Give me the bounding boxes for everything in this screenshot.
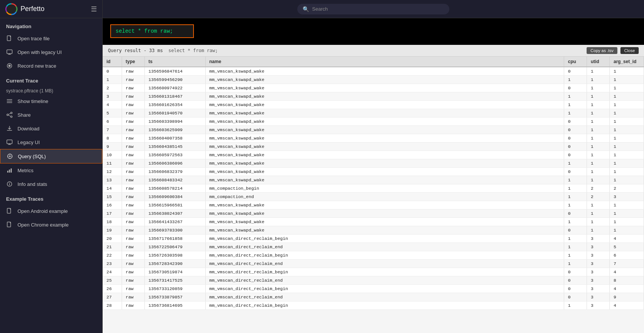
table-cell: mm_vmscan_kswapd_wake (205, 92, 564, 101)
table-cell: 1 (610, 126, 644, 134)
sidebar-item-open-trace[interactable]: Open trace file (0, 32, 102, 45)
sidebar-item-info-stats[interactable]: Info and stats (0, 177, 102, 191)
table-cell: 1356733879857 (144, 293, 205, 301)
legacy-ui-label: Legacy UI (17, 140, 40, 145)
sidebar-item-open-legacy[interactable]: Open with legacy UI (0, 45, 102, 59)
svg-point-8 (11, 112, 12, 114)
table-cell: 1 (587, 176, 610, 184)
table-cell: 20 (103, 235, 122, 243)
perfetto-logo-icon (5, 3, 17, 15)
table-cell: 1 (564, 109, 587, 117)
table-cell: 1 (610, 168, 644, 176)
table-cell: mm_compaction_end (205, 193, 564, 201)
table-cell: 23 (103, 260, 122, 268)
table-cell: mm_vmscan_kswapd_wake (205, 143, 564, 151)
table-cell: raw (122, 176, 144, 184)
copy-tsv-button[interactable]: Copy as .tsv (587, 47, 617, 54)
sidebar-item-show-timeline[interactable]: Show timeline (0, 94, 102, 108)
table-cell: 1 (587, 209, 610, 218)
close-button[interactable]: Close (620, 47, 639, 54)
sidebar-item-record-trace[interactable]: Record new trace (0, 59, 102, 73)
svg-rect-2 (7, 50, 12, 54)
table-cell: mm_vmscan_direct_reclaim_end (205, 293, 564, 301)
open-trace-label: Open trace file (17, 36, 50, 41)
table-cell: 1 (564, 243, 587, 251)
sidebar-item-chrome-example[interactable]: Open Chrome example (0, 218, 102, 232)
sidebar-item-metrics[interactable]: Metrics (0, 163, 102, 177)
query-result-bar: Query result - 33 ms select * from raw; … (103, 45, 644, 57)
table-cell: 4 (610, 301, 644, 310)
table-cell: 24 (103, 268, 122, 276)
table-cell: 1 (587, 67, 610, 76)
table-cell: 3 (587, 276, 610, 285)
table-cell: mm_vmscan_direct_reclaim_end (205, 243, 564, 251)
table-cell: 22 (103, 251, 122, 260)
table-cell: 5 (610, 243, 644, 251)
table-cell: 1 (587, 168, 610, 176)
table-cell: 1 (564, 76, 587, 84)
svg-point-9 (7, 114, 8, 116)
hamburger-icon[interactable]: ☰ (91, 5, 97, 13)
svg-rect-13 (7, 140, 12, 144)
table-cell: 1 (610, 159, 644, 168)
table-row: 13raw1356608483342mm_vmscan_kswapd_wake1… (103, 176, 644, 184)
query-sql-icon (6, 153, 13, 160)
table-cell: 0 (564, 168, 587, 176)
table-cell: raw (122, 101, 144, 109)
navigation-label: Navigation (0, 18, 102, 32)
results-table-wrapper[interactable]: id type ts name cpu utid arg_set_id 0raw… (103, 57, 644, 333)
table-cell: 1 (587, 218, 610, 226)
table-cell: 1 (564, 101, 587, 109)
table-cell: raw (122, 134, 144, 143)
table-cell: 1356731417525 (144, 276, 205, 285)
sidebar-item-android-example[interactable]: Open Android example (0, 204, 102, 218)
table-cell: raw (122, 76, 144, 84)
table-cell: 1 (610, 151, 644, 159)
sidebar-item-download[interactable]: Download (0, 122, 102, 135)
table-cell: 1 (610, 201, 644, 209)
table-cell: raw (122, 293, 144, 301)
sql-query-box[interactable]: select * from raw; (110, 24, 194, 38)
table-cell: 3 (587, 235, 610, 243)
svg-rect-20 (7, 171, 8, 173)
table-cell: raw (122, 92, 144, 101)
table-cell: raw (122, 301, 144, 310)
record-icon (6, 62, 13, 69)
svg-point-15 (9, 155, 11, 157)
table-cell: 1356730519874 (144, 268, 205, 276)
table-cell: 8 (610, 276, 644, 285)
table-cell: 1 (564, 92, 587, 101)
table-cell: 1 (610, 117, 644, 126)
table-cell: 1 (610, 218, 644, 226)
table-cell: 0 (564, 293, 587, 301)
table-cell: 0 (564, 143, 587, 151)
table-row: 1raw1356599456290mm_vmscan_kswapd_wake11… (103, 76, 644, 84)
svg-line-12 (8, 115, 11, 116)
table-cell: 1 (587, 143, 610, 151)
table-cell: 0 (103, 67, 122, 76)
sidebar-item-share[interactable]: Share (0, 108, 102, 122)
table-cell: 1 (587, 109, 610, 117)
table-cell: 1 (564, 159, 587, 168)
sidebar-header: Perfetto ☰ (0, 0, 102, 18)
table-cell: mm_vmscan_direct_reclaim_begin (205, 251, 564, 260)
sidebar-item-legacy-ui[interactable]: Legacy UI (0, 135, 102, 149)
table-cell: 1 (103, 76, 122, 84)
table-cell: 1 (610, 92, 644, 101)
table-cell: 0 (564, 276, 587, 285)
col-header-arg-set-id: arg_set_id (610, 57, 644, 67)
search-input[interactable] (312, 6, 444, 12)
table-cell: mm_vmscan_kswapd_wake (205, 226, 564, 235)
chrome-example-icon (6, 221, 13, 228)
col-header-name: name (205, 57, 564, 67)
table-row: 4raw1356601626354mm_vmscan_kswapd_wake11… (103, 101, 644, 109)
table-row: 21raw1356722506479mm_vmscan_direct_recla… (103, 243, 644, 251)
search-box[interactable]: 🔍 (297, 4, 449, 14)
sidebar-item-query-sql[interactable]: Query (SQL) (0, 149, 102, 163)
table-cell: 4 (610, 268, 644, 276)
table-row: 15raw1356609600384mm_compaction_end123 (103, 193, 644, 201)
svg-point-25 (9, 182, 10, 183)
table-cell: 1356601626354 (144, 101, 205, 109)
show-timeline-label: Show timeline (17, 98, 48, 104)
table-cell: 1356717661858 (144, 235, 205, 243)
